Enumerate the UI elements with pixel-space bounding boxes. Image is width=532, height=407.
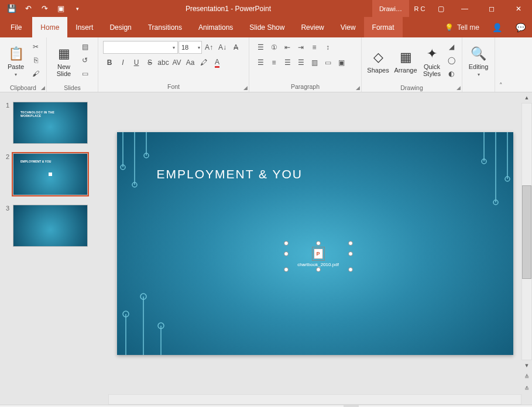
current-slide[interactable]: EMPLOYMENT & YOU P chart: [117, 132, 513, 355]
close-icon[interactable]: ✕: [505, 0, 532, 17]
dialog-launcher-icon[interactable]: ◢: [457, 85, 461, 91]
new-slide-button[interactable]: ▦ New Slide: [50, 40, 77, 81]
scroll-up-icon[interactable]: ▲: [521, 92, 532, 103]
object-frame[interactable]: P: [312, 247, 325, 261]
next-slide-icon[interactable]: ≛: [521, 382, 532, 394]
thumbnail-slide-2[interactable]: 2 EMPLOYMENT & YOU: [0, 151, 108, 202]
user-initials[interactable]: R C: [409, 0, 430, 17]
slideshow-view-icon[interactable]: ▽: [389, 405, 404, 408]
numbering-icon[interactable]: ①: [267, 41, 280, 54]
reading-view-icon[interactable]: ▭: [374, 405, 389, 408]
shapes-button[interactable]: ◇ Shapes: [365, 40, 391, 81]
increase-indent-icon[interactable]: ⇥: [294, 41, 307, 54]
zoom-out-icon[interactable]: −: [404, 405, 420, 408]
character-spacing-icon[interactable]: AV: [170, 56, 183, 69]
strikethrough-button[interactable]: S: [143, 56, 156, 69]
decrease-indent-icon[interactable]: ⇤: [281, 41, 294, 54]
redo-icon[interactable]: ↷: [37, 2, 52, 16]
font-color-icon[interactable]: A: [211, 56, 224, 69]
justify-icon[interactable]: ☰: [294, 56, 307, 69]
hscroll-track[interactable]: [108, 394, 521, 405]
highlight-color-icon[interactable]: 🖍: [197, 56, 210, 69]
resize-handle-icon[interactable]: [284, 267, 289, 272]
section-icon[interactable]: ▭: [78, 67, 91, 80]
tab-design[interactable]: Design: [101, 17, 139, 37]
embedded-object[interactable]: P chartbook_2010.pdf: [284, 241, 353, 272]
arrange-button[interactable]: ▦ Arrange: [392, 40, 419, 81]
italic-button[interactable]: I: [116, 56, 129, 69]
tell-me-search[interactable]: 💡 Tell me: [439, 17, 485, 37]
zoom-in-icon[interactable]: +: [479, 405, 495, 408]
thumbnail-slide-1[interactable]: 1 TECHNOLOGY IN THE WORKPLACE: [0, 99, 108, 151]
resize-handle-icon[interactable]: [316, 267, 321, 272]
increase-font-icon[interactable]: A↑: [202, 41, 215, 54]
slide-canvas-area[interactable]: EMPLOYMENT & YOU P chart: [108, 92, 521, 394]
align-right-icon[interactable]: ☰: [281, 56, 294, 69]
dialog-launcher-icon[interactable]: ◢: [243, 85, 248, 91]
shape-outline-icon[interactable]: ◯: [445, 54, 458, 67]
resize-handle-icon[interactable]: [348, 241, 353, 246]
qat-customize-icon[interactable]: ▾: [70, 2, 84, 16]
cut-icon[interactable]: ✂: [29, 40, 42, 53]
dialog-launcher-icon[interactable]: ◢: [41, 85, 45, 91]
scroll-track[interactable]: [521, 103, 532, 360]
slide-title[interactable]: EMPLOYMENT & YOU: [157, 167, 303, 181]
share-icon[interactable]: 👤: [485, 17, 509, 37]
undo-icon[interactable]: ↶: [21, 2, 35, 16]
shape-effects-icon[interactable]: ◐: [445, 67, 458, 80]
scroll-down-icon[interactable]: ▼: [521, 360, 532, 371]
tab-transitions[interactable]: Transitions: [140, 17, 190, 37]
resize-handle-icon[interactable]: [284, 251, 289, 256]
minimize-icon[interactable]: —: [451, 0, 478, 17]
ribbon-display-options-icon[interactable]: ▢: [430, 0, 451, 17]
editing-button[interactable]: 🔍 Editing ▾: [466, 40, 491, 81]
tab-home[interactable]: Home: [32, 17, 67, 37]
resize-handle-icon[interactable]: [316, 241, 321, 246]
tab-animations[interactable]: Animations: [190, 17, 241, 37]
align-center-icon[interactable]: ≡: [267, 56, 280, 69]
comments-icon[interactable]: 💬: [509, 17, 532, 37]
start-from-beginning-icon[interactable]: ▣: [54, 2, 68, 16]
scroll-thumb[interactable]: [522, 185, 531, 279]
reset-icon[interactable]: ↺: [78, 54, 91, 67]
normal-view-icon[interactable]: ▣: [344, 405, 359, 408]
maximize-icon[interactable]: ◻: [478, 0, 505, 17]
smartart-icon[interactable]: ▣: [335, 56, 348, 69]
save-icon[interactable]: 💾: [5, 2, 19, 16]
paste-button[interactable]: 📋 Paste ▾: [4, 40, 28, 81]
format-painter-icon[interactable]: 🖌: [29, 67, 42, 80]
resize-handle-icon[interactable]: [348, 267, 353, 272]
decrease-font-icon[interactable]: A↓: [216, 41, 229, 54]
align-left-icon[interactable]: ☰: [254, 56, 267, 69]
vertical-scrollbar[interactable]: ▲ ▼ ≜ ≛: [521, 92, 532, 394]
contextual-tab-drawing[interactable]: Drawi…: [372, 0, 409, 17]
quick-styles-button[interactable]: ✦ Quick Styles: [420, 40, 444, 81]
columns-icon[interactable]: ▥: [308, 56, 321, 69]
resize-handle-icon[interactable]: [348, 251, 353, 256]
tab-slideshow[interactable]: Slide Show: [241, 17, 293, 37]
underline-button[interactable]: U: [130, 56, 143, 69]
font-family-select[interactable]: ▾: [103, 41, 178, 54]
slide-sorter-icon[interactable]: ▦: [359, 405, 374, 408]
tab-view[interactable]: View: [332, 17, 364, 37]
text-direction-icon[interactable]: ↕: [321, 41, 334, 54]
previous-slide-icon[interactable]: ≜: [521, 371, 532, 382]
change-case-icon[interactable]: Aa: [184, 56, 197, 69]
bold-button[interactable]: B: [103, 56, 116, 69]
tab-insert[interactable]: Insert: [67, 17, 101, 37]
bullets-icon[interactable]: ☰: [254, 41, 267, 54]
line-spacing-icon[interactable]: ≡: [308, 41, 321, 54]
copy-icon[interactable]: ⎘: [29, 54, 42, 67]
resize-handle-icon[interactable]: [284, 241, 289, 246]
dialog-launcher-icon[interactable]: ◢: [356, 85, 360, 91]
text-shadow-button[interactable]: abc: [157, 56, 170, 69]
tab-review[interactable]: Review: [293, 17, 332, 37]
shape-fill-icon[interactable]: ◢: [445, 40, 458, 53]
align-text-icon[interactable]: ▭: [321, 56, 334, 69]
tab-file[interactable]: File: [0, 17, 32, 37]
collapse-ribbon-icon[interactable]: ˄: [495, 37, 507, 92]
font-size-select[interactable]: 18▾: [179, 41, 202, 54]
thumbnail-slide-3[interactable]: 3: [0, 202, 108, 254]
slide-thumbnail-panel[interactable]: 1 TECHNOLOGY IN THE WORKPLACE 2 EMPLOYME…: [0, 92, 108, 394]
clear-formatting-icon[interactable]: A̶: [229, 41, 242, 54]
